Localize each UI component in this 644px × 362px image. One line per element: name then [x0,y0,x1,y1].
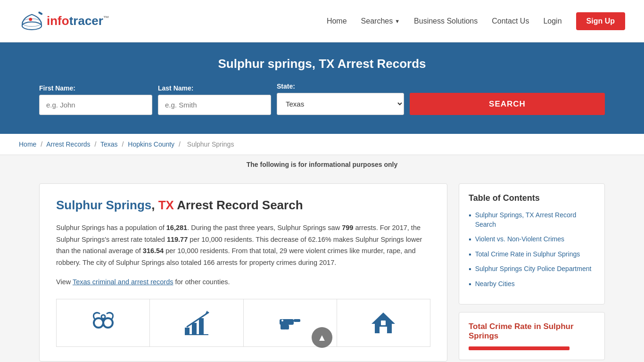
crime-card: Total Crime Rate in Sulphur Springs [459,312,605,360]
notice-bar: The following is for informational purpo… [0,155,644,174]
handcuffs-cell [57,299,150,346]
toc-item-1: Sulphur Springs, TX Arrest Record Search [469,211,595,229]
toc-link-2[interactable]: Violent vs. Non-Violent Crimes [475,235,564,244]
state-group: State: AlabamaAlaskaArizonaArkansas Cali… [277,82,404,115]
toc-item-4: Sulphur Springs City Police Department [469,264,595,274]
article-body: Sulphur Springs has a population of 16,2… [56,222,430,269]
page-title: Sulphur springs, TX Arrest Records [19,57,625,71]
article-link-prefix: View [56,278,73,286]
svg-rect-20 [381,321,386,325]
svg-point-17 [281,320,283,321]
hero-section: Sulphur springs, TX Arrest Records First… [0,42,644,134]
toc-card: Table of Contents Sulphur Springs, TX Ar… [459,183,605,304]
breadcrumb-arrest-records[interactable]: Arrest Records [46,140,90,148]
nav-contact-us[interactable]: Contact Us [492,17,529,25]
nav-home[interactable]: Home [327,17,347,25]
article-link-suffix: for other counties. [173,278,230,286]
svg-rect-2 [38,11,43,15]
state-label: State: [277,82,404,90]
breadcrumb-current: Sulphur Springs [187,140,234,148]
toc-item-2: Violent vs. Non-Violent Crimes [469,235,595,244]
svg-rect-9 [192,323,197,335]
main-nav: Home Searches ▼ Business Solutions Conta… [327,12,625,30]
chart-icon [182,309,211,337]
nav-signup[interactable]: Sign Up [576,12,625,30]
toc-item-5: Nearby Cities [469,280,595,289]
toc-list: Sulphur Springs, TX Arrest Record Search… [469,211,595,289]
gun-icon [276,309,304,337]
right-sidebar: Table of Contents Sulphur Springs, TX Ar… [459,183,605,362]
last-name-input[interactable] [158,95,271,115]
breadcrumb-texas[interactable]: Texas [100,140,118,148]
nav-searches[interactable]: Searches ▼ [361,17,400,25]
article-link-paragraph: View Texas criminal and arrest records f… [56,276,430,288]
svg-point-0 [22,22,41,30]
svg-rect-8 [185,328,190,335]
svg-rect-10 [199,318,204,335]
svg-point-3 [29,18,32,21]
first-name-group: First Name: [39,84,152,115]
breadcrumb-hopkins-county[interactable]: Hopkins County [128,140,174,148]
toc-item-3: Total Crime Rate in Sulphur Springs [469,250,595,259]
breadcrumb-home[interactable]: Home [19,140,36,148]
notice-text: The following is for informational purpo… [247,161,397,168]
svg-point-7 [101,315,105,319]
texas-records-link[interactable]: Texas criminal and arrest records [73,278,173,286]
svg-rect-19 [380,327,387,333]
article-title: Sulphur Springs, TX Arrest Record Search [56,198,430,213]
toc-link-3[interactable]: Total Crime Rate in Sulphur Springs [475,250,580,259]
chart-cell [150,299,243,346]
nav-business-solutions[interactable]: Business Solutions [414,17,478,25]
house-icon [369,309,397,337]
logo: infotracer™ [19,8,109,34]
search-button[interactable]: SEARCH [410,93,605,115]
logo-info: info [47,14,69,28]
article-section: Sulphur Springs, TX Arrest Record Search… [39,183,447,362]
search-form: First Name: Last Name: State: AlabamaAla… [39,82,605,115]
breadcrumb: Home / Arrest Records / Texas / Hopkins … [0,134,644,155]
last-name-group: Last Name: [158,84,271,115]
toc-link-5[interactable]: Nearby Cities [475,280,515,289]
house-cell [337,299,430,346]
article-title-state: TX [158,198,174,212]
toc-link-4[interactable]: Sulphur Springs City Police Department [475,264,592,274]
crime-title: Total Crime Rate in Sulphur Springs [469,322,595,341]
first-name-input[interactable] [39,95,152,115]
scroll-top-button[interactable]: ▲ [312,327,332,348]
svg-rect-16 [281,322,286,329]
logo-icon [19,8,45,34]
svg-rect-14 [294,319,300,322]
logo-tm: ™ [103,15,109,22]
chevron-down-icon: ▼ [395,18,400,24]
first-name-label: First Name: [39,84,152,92]
handcuffs-icon [89,309,117,337]
crime-bar [469,346,570,350]
toc-link-1[interactable]: Sulphur Springs, TX Arrest Record Search [475,211,595,229]
toc-title: Table of Contents [469,193,595,203]
nav-login[interactable]: Login [543,17,561,25]
last-name-label: Last Name: [158,84,271,92]
icon-row [56,299,430,347]
header: infotracer™ Home Searches ▼ Business Sol… [0,0,644,42]
article-title-city: Sulphur Springs [56,198,151,212]
article-title-rest: Arrest Record Search [174,198,303,212]
state-select[interactable]: AlabamaAlaskaArizonaArkansas CaliforniaC… [277,93,404,115]
logo-tracer: tracer [69,14,103,28]
